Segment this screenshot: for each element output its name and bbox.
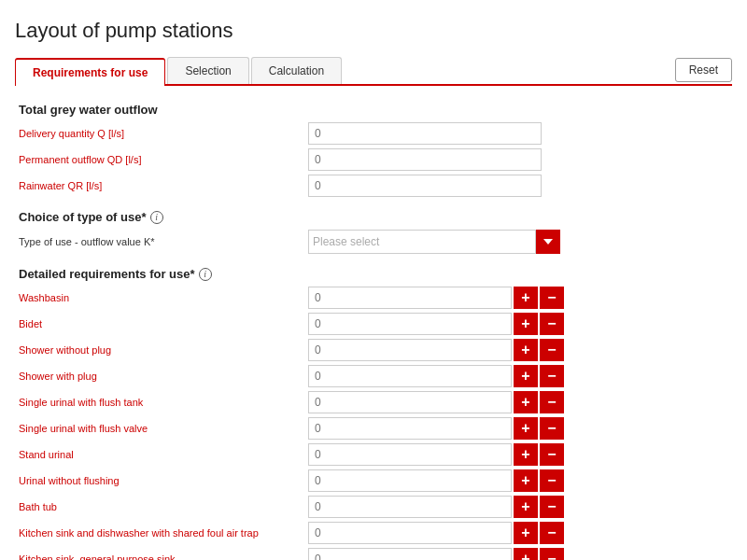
counter-row-2: Shower without plug+− [19,339,728,361]
counter-row-5: Single urinal with flush valve+− [19,417,728,440]
minus-button-6[interactable]: − [540,443,564,466]
counter-btns-2: +− [514,339,564,361]
plus-button-6[interactable]: + [514,443,538,466]
counter-label-9: Kitchen sink and dishwasher with shared … [19,527,308,539]
label-delivery-quantity: Delivery quantity Q [l/s] [19,128,308,139]
input-rainwater[interactable] [308,175,542,197]
section-title-detailed: Detailed requirements for use* [19,267,195,281]
minus-button-8[interactable]: − [540,496,564,518]
section-title-choice: Choice of type of use* [19,210,147,224]
info-icon-choice: i [150,211,163,224]
counter-input-7[interactable] [308,469,512,492]
counter-label-7: Urinal without flushing [19,475,308,486]
counter-label-2: Shower without plug [19,344,308,356]
tab-requirements[interactable]: Requirements for use [15,58,165,86]
counter-row-9: Kitchen sink and dishwasher with shared … [19,522,728,544]
counter-input-2[interactable] [308,339,512,361]
counter-btns-6: +− [514,443,564,466]
info-icon-detailed: i [199,268,212,281]
plus-button-5[interactable]: + [514,417,538,440]
counter-label-3: Shower with plug [19,371,308,382]
plus-button-7[interactable]: + [514,469,538,492]
counter-label-1: Bidet [19,318,308,329]
plus-button-2[interactable]: + [514,339,538,361]
minus-button-7[interactable]: − [540,469,564,492]
plus-button-9[interactable]: + [514,522,538,544]
counter-input-8[interactable] [308,496,512,518]
plus-button-1[interactable]: + [514,313,538,335]
minus-button-2[interactable]: − [540,339,564,361]
counter-btns-1: +− [514,313,564,335]
counter-btns-4: +− [514,391,564,413]
page-wrapper: Layout of pump stations Requirements for… [0,0,747,560]
counter-row-6: Stand urinal+− [19,443,728,466]
reset-button[interactable]: Reset [675,58,732,82]
counter-row-4: Single urinal with flush tank+− [19,391,728,413]
minus-button-1[interactable]: − [540,313,564,335]
field-row-delivery: Delivery quantity Q [l/s] [19,122,728,145]
minus-button-4[interactable]: − [540,391,564,413]
field-row-type-of-use: Type of use - outflow value K* Please se… [19,230,728,254]
counter-label-8: Bath tub [19,501,308,512]
counter-row-0: Washbasin+− [19,287,728,309]
plus-button-0[interactable]: + [514,287,538,309]
minus-button-5[interactable]: − [540,417,564,440]
counter-row-1: Bidet+− [19,313,728,335]
counter-label-5: Single urinal with flush valve [19,423,308,434]
counter-label-0: Washbasin [19,292,308,303]
page-title: Layout of pump stations [15,19,732,43]
counter-btns-0: +− [514,287,564,309]
counter-input-3[interactable] [308,365,512,387]
counter-btns-3: +− [514,365,564,387]
counter-row-3: Shower with plug+− [19,365,728,387]
counter-btns-10: +− [514,548,564,560]
tabs-bar: Requirements for use Selection Calculati… [15,56,732,86]
plus-button-4[interactable]: + [514,391,538,413]
plus-button-8[interactable]: + [514,496,538,518]
label-rainwater: Rainwater QR [l/s] [19,180,308,191]
counter-btns-5: +− [514,417,564,440]
counter-input-10[interactable] [308,548,512,560]
counter-label-6: Stand urinal [19,449,308,460]
label-permanent-outflow: Permanent outflow QD [l/s] [19,154,308,165]
counter-row-10: Kitchen sink, general purpose sink+− [19,548,728,560]
counter-label-4: Single urinal with flush tank [19,397,308,408]
field-row-permanent: Permanent outflow QD [l/s] [19,148,728,171]
counter-input-6[interactable] [308,443,512,466]
input-permanent-outflow[interactable] [308,148,542,171]
label-type-of-use: Type of use - outflow value K* [19,236,308,247]
content-area: Total grey water outflow Delivery quanti… [15,103,732,560]
counter-input-4[interactable] [308,391,512,413]
counter-btns-8: +− [514,496,564,518]
detailed-items-container: Washbasin+−Bidet+−Shower without plug+−S… [19,287,728,560]
field-row-rainwater: Rainwater QR [l/s] [19,175,728,197]
minus-button-0[interactable]: − [540,287,564,309]
input-delivery-quantity[interactable] [308,122,542,145]
select-wrapper: Please select [308,230,560,254]
counter-input-5[interactable] [308,417,512,440]
counter-row-7: Urinal without flushing+− [19,469,728,492]
tab-selection[interactable]: Selection [167,57,248,84]
dropdown-arrow-icon[interactable] [536,230,560,254]
section-header-detailed: Detailed requirements for use* i [19,267,728,281]
plus-button-10[interactable]: + [514,548,538,560]
counter-input-9[interactable] [308,522,512,544]
minus-button-9[interactable]: − [540,522,564,544]
minus-button-3[interactable]: − [540,365,564,387]
select-type-of-use[interactable]: Please select [308,230,536,254]
plus-button-3[interactable]: + [514,365,538,387]
counter-row-8: Bath tub+− [19,496,728,518]
counter-btns-9: +− [514,522,564,544]
tab-calculation[interactable]: Calculation [251,57,342,84]
section-header-choice: Choice of type of use* i [19,210,728,224]
minus-button-10[interactable]: − [540,548,564,560]
section-title-grey-water: Total grey water outflow [19,103,728,117]
counter-label-10: Kitchen sink, general purpose sink [19,553,308,560]
counter-input-0[interactable] [308,287,512,309]
counter-input-1[interactable] [308,313,512,335]
counter-btns-7: +− [514,469,564,492]
